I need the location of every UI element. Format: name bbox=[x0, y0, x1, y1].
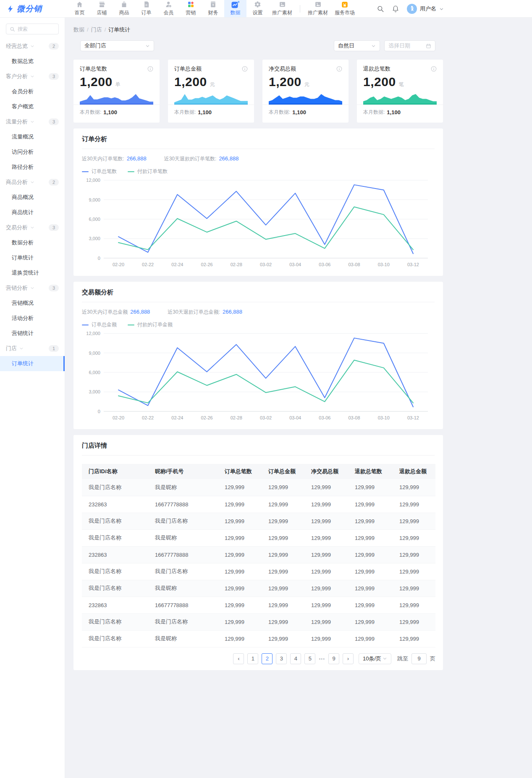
sidebar-item-customer-0[interactable]: 会员分析 bbox=[0, 84, 65, 99]
search-icon bbox=[10, 26, 15, 32]
table-cell: 129,999 bbox=[348, 580, 393, 597]
nav-item-store[interactable]: 店铺 bbox=[91, 0, 113, 17]
info-icon[interactable] bbox=[147, 66, 153, 72]
store-table: 门店ID/名称昵称/手机号订单总笔数订单总金额净交易总额退款总笔数退款总金额 我… bbox=[82, 464, 435, 647]
sidebar-item-trade-0[interactable]: 数据分析 bbox=[0, 235, 65, 250]
sidebar-item-goods-0[interactable]: 商品概况 bbox=[0, 190, 65, 205]
legend-item[interactable]: 付款的订单金额 bbox=[128, 321, 173, 328]
page-button-2[interactable]: 2 bbox=[262, 653, 273, 664]
table-cell: 我是昵称 bbox=[148, 479, 218, 496]
page-button-9[interactable]: 9 bbox=[328, 653, 339, 664]
legend-label: 订单总笔数 bbox=[92, 168, 117, 175]
sidebar-item-trade-1[interactable]: 订单统计 bbox=[0, 250, 65, 265]
sidebar-search-input[interactable] bbox=[18, 26, 55, 32]
sidebar-item-marketing-1[interactable]: 活动分析 bbox=[0, 311, 65, 326]
breadcrumb-item[interactable]: 数据 bbox=[73, 26, 84, 33]
table-row: 我是门店名称我是昵称129,999129,999129,999129,99912… bbox=[82, 479, 435, 496]
chart-stat-1: 近30天退款的订单笔数:266,888 bbox=[164, 155, 239, 162]
table-cell: 129,999 bbox=[262, 479, 304, 496]
chevron-down-icon bbox=[30, 44, 34, 48]
nav-item-order[interactable]: 订单 bbox=[135, 0, 157, 17]
search-icon[interactable] bbox=[377, 5, 384, 13]
stat-card-value: 1,200 bbox=[80, 75, 113, 89]
next-page-button[interactable]: › bbox=[343, 653, 354, 664]
info-icon[interactable] bbox=[336, 66, 342, 72]
pagination-ellipsis[interactable]: ••• bbox=[319, 656, 325, 661]
svg-text:03-02: 03-02 bbox=[260, 415, 272, 420]
svg-text:3,000: 3,000 bbox=[89, 236, 100, 241]
sidebar-group-traffic[interactable]: 流量分析3 bbox=[0, 114, 65, 129]
sidebar-group-label: 商品分析 bbox=[6, 178, 28, 186]
table-cell: 129,999 bbox=[304, 479, 348, 496]
table-cell: 129,999 bbox=[304, 513, 348, 529]
sidebar-item-marketing-0[interactable]: 营销概况 bbox=[0, 296, 65, 311]
sidebar-item-traffic-2[interactable]: 路径分析 bbox=[0, 160, 65, 175]
nav-item-media[interactable]: 推广素材 bbox=[269, 0, 296, 17]
nav-item-home[interactable]: 首页 bbox=[68, 0, 91, 17]
topbar-right: 用户名 bbox=[377, 0, 444, 18]
breadcrumb-item[interactable]: 门店 bbox=[91, 26, 102, 33]
svg-text:02-24: 02-24 bbox=[171, 415, 183, 420]
sidebar-group-trade[interactable]: 交易分析3 bbox=[0, 220, 65, 235]
nav-item-media[interactable]: 推广素材 bbox=[304, 0, 331, 17]
table-cell: 129,999 bbox=[218, 563, 262, 580]
page-size-select[interactable]: 10条/页 bbox=[359, 653, 391, 664]
sidebar-group-goods[interactable]: 商品分析2 bbox=[0, 175, 65, 190]
sidebar-menu: 经营总览2数据总览客户分析3会员分析客户概览流量分析3流量概况访问分析路径分析商… bbox=[0, 39, 65, 371]
sidebar-item-overview-0[interactable]: 数据总览 bbox=[0, 54, 65, 69]
sidebar-group-store[interactable]: 门店1 bbox=[0, 341, 65, 356]
store-filter-select[interactable]: 全部门店 bbox=[80, 40, 154, 51]
svg-text:0: 0 bbox=[98, 256, 100, 261]
stat-card-2: 净交易总额1,200元本月数据:1,100 bbox=[262, 60, 349, 123]
store-detail-panel: 门店详情 门店ID/名称昵称/手机号订单总笔数订单总金额净交易总额退款总笔数退款… bbox=[73, 435, 443, 670]
nav-item-label: 财务 bbox=[208, 9, 218, 16]
date-picker[interactable]: 选择日期 bbox=[384, 40, 435, 51]
table-cell: 129,999 bbox=[218, 613, 262, 630]
jump-page-input[interactable] bbox=[411, 653, 427, 664]
table-row: 我是门店名称我是昵称129,999129,999129,999129,99912… bbox=[82, 630, 435, 647]
legend-item[interactable]: 付款订单笔数 bbox=[128, 168, 168, 175]
user-menu[interactable]: 用户名 bbox=[407, 4, 444, 14]
table-row: 23286316677778888129,999129,999129,99912… bbox=[82, 597, 435, 613]
sidebar-item-marketing-2[interactable]: 营销统计 bbox=[0, 326, 65, 341]
page-button-1[interactable]: 1 bbox=[247, 653, 258, 664]
legend-item[interactable]: 订单总金额 bbox=[82, 321, 117, 328]
period-select[interactable]: 自然日 bbox=[334, 40, 380, 51]
nav-item-market[interactable]: 服务市场 bbox=[331, 0, 358, 17]
sidebar-group-customer[interactable]: 客户分析3 bbox=[0, 69, 65, 84]
table-cell: 129,999 bbox=[218, 630, 262, 647]
prev-page-button[interactable]: ‹ bbox=[233, 653, 244, 664]
info-icon[interactable] bbox=[431, 66, 437, 72]
sidebar-item-store-0[interactable]: 订单统计 bbox=[0, 356, 65, 371]
legend-item[interactable]: 订单总笔数 bbox=[82, 168, 117, 175]
nav-item-settings[interactable]: 设置 bbox=[246, 0, 269, 17]
info-icon[interactable] bbox=[242, 66, 248, 72]
sidebar-search-box[interactable] bbox=[6, 24, 59, 34]
chart-stat-label: 近30天内订单总金额 bbox=[82, 309, 128, 315]
sidebar-item-customer-1[interactable]: 客户概览 bbox=[0, 99, 65, 114]
sidebar-item-trade-2[interactable]: 退换货统计 bbox=[0, 265, 65, 280]
chart-stat-label: 近30天退款订单总金额: bbox=[168, 309, 220, 315]
nav-item-finance[interactable]: ¥财务 bbox=[202, 0, 224, 17]
sidebar-item-goods-1[interactable]: 商品统计 bbox=[0, 205, 65, 220]
brand-logo[interactable]: 微分销 bbox=[0, 0, 65, 17]
page-button-4[interactable]: 4 bbox=[290, 653, 301, 664]
nav-item-goods[interactable]: 商品 bbox=[113, 0, 135, 17]
nav-item-member[interactable]: 会员 bbox=[157, 0, 180, 17]
page-button-3[interactable]: 3 bbox=[276, 653, 287, 664]
table-cell: 129,999 bbox=[304, 496, 348, 513]
table-cell: 129,999 bbox=[262, 613, 304, 630]
table-cell: 129,999 bbox=[218, 597, 262, 613]
page-button-5[interactable]: 5 bbox=[304, 653, 315, 664]
chart-stat-value: 266,888 bbox=[127, 155, 147, 162]
sparkline-chart bbox=[80, 92, 153, 105]
svg-text:0: 0 bbox=[98, 409, 100, 414]
bell-icon[interactable] bbox=[392, 5, 399, 13]
sidebar-group-overview[interactable]: 经营总览2 bbox=[0, 39, 65, 54]
data-icon bbox=[231, 1, 240, 8]
nav-item-marketing[interactable]: 营销 bbox=[180, 0, 202, 17]
nav-item-data[interactable]: 数据 bbox=[224, 0, 246, 17]
sidebar-group-marketing[interactable]: 营销分析3 bbox=[0, 280, 65, 296]
sidebar-item-traffic-0[interactable]: 流量概况 bbox=[0, 129, 65, 144]
sidebar-item-traffic-1[interactable]: 访问分析 bbox=[0, 144, 65, 160]
